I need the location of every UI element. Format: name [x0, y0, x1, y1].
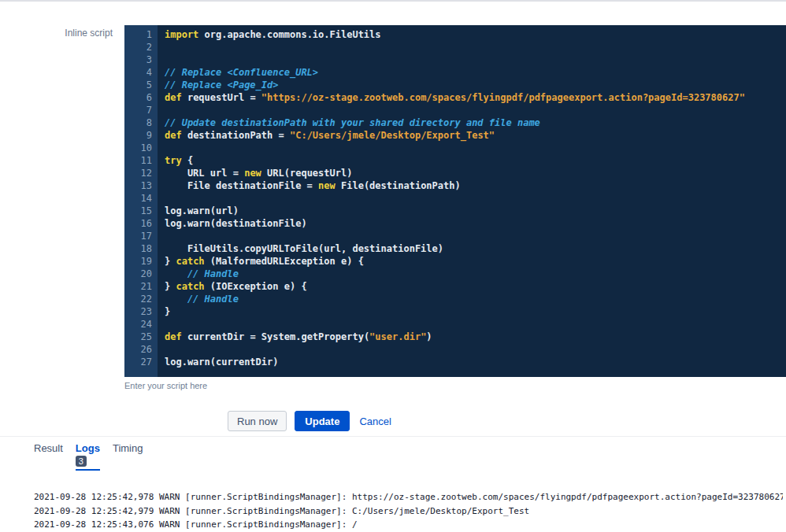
code-line: // Handle: [165, 268, 786, 280]
code-token-pl: File(destinationPath): [336, 180, 461, 191]
code-token-cm: // Handle: [165, 294, 239, 305]
line-number: 21: [124, 280, 152, 293]
code-line: [165, 104, 786, 116]
line-number: 5: [124, 79, 152, 91]
code-token-kw: new: [244, 168, 261, 179]
code-line: [165, 142, 786, 154]
line-number: 9: [124, 129, 152, 142]
code-token-pl: }: [165, 281, 176, 292]
code-token-pl: URL url =: [165, 168, 244, 179]
code-line: def currentDir = System.getProperty("use…: [165, 331, 786, 343]
line-number: 14: [124, 192, 152, 205]
tab-timing-label: Timing: [113, 442, 143, 454]
log-line: 2021-09-28 12:25:42,979 WARN [runner.Scr…: [34, 504, 783, 519]
line-number: 7: [124, 104, 152, 116]
line-number: 26: [124, 343, 152, 356]
code-line: try {: [165, 154, 786, 167]
update-button[interactable]: Update: [295, 411, 350, 431]
line-number: 2: [124, 41, 152, 54]
code-token-kw: catch: [176, 256, 204, 267]
editor-code[interactable]: import org.apache.commons.io.FileUtils /…: [158, 25, 786, 377]
line-number: 1: [124, 28, 152, 41]
code-token-kw: catch: [176, 281, 204, 292]
code-line: [165, 41, 786, 54]
line-number: 13: [124, 179, 152, 192]
script-console-page: Inline script 12345678910111213141516171…: [0, 0, 786, 532]
line-number: 24: [124, 318, 152, 331]
code-line: File destinationFile = new File(destinat…: [165, 179, 786, 192]
tab-logs[interactable]: Logs 3: [76, 442, 100, 471]
log-line: 2021-09-28 12:25:43,076 WARN [runner.Scr…: [34, 518, 783, 532]
code-token-pl: currentDir = System.getProperty(: [182, 331, 369, 342]
form-actions: Run now Update Cancel: [228, 411, 393, 431]
code-token-kw: def: [165, 331, 182, 342]
code-token-kw: def: [165, 92, 182, 103]
code-line: }: [165, 305, 786, 318]
tab-timing[interactable]: Timing: [113, 442, 143, 454]
line-number: 17: [124, 230, 152, 242]
code-token-pl: log.warn(url): [165, 205, 239, 216]
code-line: URL url = new URL(requestUrl): [165, 167, 786, 179]
code-line: // Replace <Page_Id>: [165, 79, 786, 91]
code-token-pl: (IOException e) {: [205, 281, 307, 292]
code-token-cm: // Replace <Confluence_URL>: [165, 67, 318, 78]
inline-script-editor[interactable]: 1234567891011121314151617181920212223242…: [124, 25, 786, 377]
line-number: 20: [124, 268, 152, 280]
code-line: import org.apache.commons.io.FileUtils: [165, 28, 786, 41]
line-number: 8: [124, 116, 152, 129]
tab-result[interactable]: Result: [34, 442, 63, 454]
code-token-cm: // Replace <Page_Id>: [165, 79, 279, 91]
code-token-pl: FileUtils.copyURLToFile(url, destination…: [165, 243, 443, 254]
code-token-pl: requestUrl =: [182, 92, 261, 103]
run-now-button[interactable]: Run now: [228, 411, 287, 431]
log-output: 2021-09-28 12:25:42,978 WARN [runner.Scr…: [34, 490, 783, 532]
line-number: 4: [124, 66, 152, 79]
code-line: [165, 54, 786, 66]
code-token-pl: log.warn(destinationFile): [165, 218, 307, 229]
editor-gutter: 1234567891011121314151617181920212223242…: [124, 25, 158, 377]
code-line: [165, 192, 786, 205]
line-number: 23: [124, 305, 152, 318]
cancel-link[interactable]: Cancel: [358, 411, 392, 431]
line-number: 12: [124, 167, 152, 179]
code-token-kw: import: [165, 29, 198, 40]
code-line: // Replace <Confluence_URL>: [165, 66, 786, 79]
code-line: log.warn(url): [165, 205, 786, 217]
code-token-pl: ): [426, 331, 432, 342]
code-token-pl: {: [182, 155, 193, 166]
code-line: log.warn(destinationFile): [165, 217, 786, 230]
line-number: 6: [124, 91, 152, 104]
code-line: [165, 343, 786, 356]
line-number: 19: [124, 255, 152, 268]
code-line: log.warn(currentDir): [165, 356, 786, 368]
code-token-str: "user.dir": [369, 331, 426, 342]
tab-result-label: Result: [34, 442, 63, 454]
code-token-pl: }: [165, 306, 170, 317]
code-line: [165, 318, 786, 331]
tab-logs-label: Logs: [76, 442, 100, 454]
log-line: 2021-09-28 12:25:42,978 WARN [runner.Scr…: [34, 490, 783, 504]
logs-count-badge: 3: [76, 456, 87, 467]
code-token-kw: new: [318, 180, 336, 191]
line-number: 3: [124, 54, 152, 66]
code-token-pl: (MalformedURLException e) {: [205, 256, 364, 267]
line-number: 15: [124, 205, 152, 217]
code-token-pl: URL(requestUrl): [261, 168, 353, 179]
code-line: def requestUrl = "https://oz-stage.zootw…: [165, 91, 786, 104]
code-token-pl: org.apache.commons.io.FileUtils: [198, 29, 380, 40]
code-token-str: "https://oz-stage.zootweb.com/spaces/fly…: [261, 92, 745, 103]
results-section: Result Logs 3 Timing 2021-09-28 12:25:42…: [0, 436, 786, 532]
code-line: [165, 230, 786, 242]
line-number: 27: [124, 356, 152, 368]
line-number: 11: [124, 154, 152, 167]
code-token-pl: }: [165, 256, 176, 267]
line-number: 25: [124, 331, 152, 343]
results-tabs: Result Logs 3 Timing: [34, 442, 143, 471]
inline-script-label: Inline script: [0, 28, 113, 39]
code-line: def destinationPath = "C:/Users/jmele/De…: [165, 129, 786, 142]
script-hint-text: Enter your script here: [124, 381, 207, 390]
code-token-pl: File destinationFile =: [165, 180, 318, 191]
code-token-cm: // Handle: [165, 268, 239, 279]
line-number: 10: [124, 142, 152, 154]
line-number: 18: [124, 242, 152, 255]
